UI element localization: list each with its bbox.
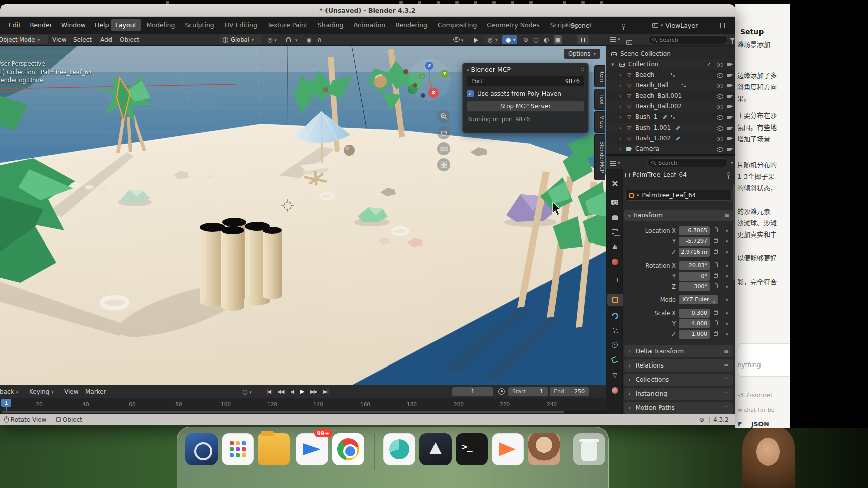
menu-render[interactable]: Render bbox=[25, 17, 57, 34]
lock-icon[interactable] bbox=[714, 332, 718, 336]
sidebar-tab-item[interactable]: Item bbox=[594, 65, 605, 87]
mode-dropdown[interactable]: Object Mode ▾ bbox=[0, 35, 48, 44]
gizmo-axis-z-negative[interactable] bbox=[420, 93, 426, 98]
animate-dot[interactable] bbox=[726, 251, 728, 253]
lock-icon[interactable] bbox=[714, 311, 718, 315]
outliner-row-camera[interactable]: › Camera bbox=[606, 144, 735, 154]
pan-hand-button[interactable] bbox=[437, 126, 450, 139]
properties-search[interactable] bbox=[647, 158, 728, 167]
lock-icon[interactable] bbox=[714, 322, 718, 325]
active-shading-dropdown[interactable]: ●▾ bbox=[502, 35, 517, 44]
section-relations[interactable]: › Relations ≡ bbox=[624, 359, 733, 372]
dock-terminal[interactable] bbox=[456, 433, 488, 465]
viewport-3d-scene[interactable]: User Perspective (1) Collection | PalmTr… bbox=[0, 46, 606, 385]
camera-visibility-icon[interactable] bbox=[727, 72, 733, 78]
sidebar-tab-view[interactable]: View bbox=[594, 111, 605, 133]
properties-tab-world[interactable] bbox=[609, 256, 621, 268]
section-collections[interactable]: › Collections ≡ bbox=[624, 374, 733, 386]
expand-arrow-icon[interactable]: › bbox=[619, 70, 621, 80]
menubar-icon[interactable] bbox=[437, 1, 440, 4]
outliner-row-bush-1-002[interactable]: › ▽ Bush_1.002 bbox=[606, 133, 735, 144]
dock-dark-app[interactable] bbox=[419, 433, 452, 465]
menubar-icon[interactable] bbox=[418, 1, 421, 4]
location-z-field[interactable]: 2.9716 m bbox=[679, 248, 710, 257]
object-name-field[interactable]: ▾ PalmTree_Leaf_64 bbox=[625, 190, 732, 201]
sidebar-tab-blendermcp[interactable]: BlenderMCP bbox=[594, 134, 605, 180]
section-menu-icon[interactable]: ≡ bbox=[724, 359, 729, 372]
eye-icon[interactable] bbox=[717, 136, 723, 142]
falloff-curve-icon[interactable]: ∩ bbox=[317, 34, 322, 46]
animate-dot[interactable] bbox=[726, 265, 728, 267]
scale-x-field[interactable]: 0.300 bbox=[679, 309, 710, 318]
outliner-search-input[interactable] bbox=[659, 36, 725, 44]
menubar-icon[interactable] bbox=[529, 1, 533, 4]
tab-modeling[interactable]: Modeling bbox=[142, 19, 180, 31]
dock-chrome[interactable] bbox=[332, 433, 364, 465]
rotation-z-field[interactable]: 300° bbox=[679, 282, 710, 291]
properties-tab-scene[interactable] bbox=[609, 240, 621, 253]
keying-menu[interactable]: Keying ▾ bbox=[29, 385, 54, 398]
expand-arrow-icon[interactable]: › bbox=[619, 91, 621, 101]
shading-rendered-icon[interactable]: ● bbox=[554, 35, 562, 44]
viewport-menu-view[interactable]: View bbox=[52, 34, 66, 46]
properties-tab-modifiers[interactable] bbox=[609, 310, 621, 322]
section-menu-icon[interactable]: ≡ bbox=[724, 210, 729, 221]
clock-icon[interactable] bbox=[498, 388, 505, 395]
animate-dot[interactable] bbox=[726, 275, 728, 277]
properties-tab-collection[interactable] bbox=[609, 274, 621, 286]
section-menu-icon[interactable]: ≡ bbox=[724, 374, 729, 386]
play-button[interactable]: ▶ bbox=[300, 385, 304, 398]
window-titlebar[interactable]: * (Unsaved) - Blender 4.3.2 bbox=[0, 4, 735, 17]
expand-arrow-icon[interactable]: › bbox=[619, 112, 621, 123]
menubar-icon[interactable] bbox=[563, 1, 566, 4]
autokey-toggle[interactable]: ○ ▾ bbox=[242, 385, 252, 398]
mcp-panel-header[interactable]: ▾ Blender MCP ∷ bbox=[463, 63, 588, 76]
dock-launchpad[interactable] bbox=[222, 433, 254, 465]
outliner-row-beach[interactable]: › ▽ Beach bbox=[606, 70, 735, 80]
mcp-polyhaven-checkbox[interactable]: ✓ bbox=[467, 90, 474, 97]
gizmo-axis-z[interactable]: Z bbox=[425, 62, 433, 70]
camera-visibility-icon[interactable] bbox=[727, 136, 733, 142]
chevron-down-icon[interactable]: ▾ bbox=[618, 160, 620, 165]
expand-arrow-icon[interactable]: › bbox=[619, 133, 621, 144]
expand-arrow-icon[interactable]: › bbox=[619, 80, 621, 91]
eye-icon[interactable] bbox=[717, 93, 723, 99]
shading-wireframe-icon[interactable]: ⊕ bbox=[523, 34, 528, 46]
lock-icon[interactable] bbox=[714, 264, 718, 267]
chat-format-button[interactable]: F bbox=[738, 420, 742, 428]
outliner-row-bush-1[interactable]: › ▽ Bush_1 bbox=[606, 112, 735, 123]
gizmo-axis-x[interactable]: X bbox=[429, 89, 438, 97]
tab-animation[interactable]: Animation bbox=[349, 19, 390, 31]
scene-selector[interactable]: ▾ Scene bbox=[559, 17, 590, 34]
animate-dot[interactable] bbox=[726, 333, 728, 335]
gizmo-axis-y[interactable]: Y bbox=[441, 70, 449, 78]
camera-visibility-icon[interactable] bbox=[727, 93, 733, 99]
tab-uv-editing[interactable]: UV Editing bbox=[220, 19, 262, 31]
animate-dot[interactable] bbox=[726, 312, 728, 314]
properties-tab-output[interactable] bbox=[609, 211, 621, 223]
dock-folder[interactable] bbox=[258, 433, 290, 465]
eye-icon[interactable] bbox=[717, 125, 723, 131]
camera-visibility-icon[interactable] bbox=[727, 62, 733, 68]
new-viewlayer-button[interactable] bbox=[720, 17, 725, 34]
dock-teal-app[interactable] bbox=[383, 433, 415, 465]
menubar-icon[interactable] bbox=[166, 1, 169, 4]
gizmo-axis-y-negative[interactable] bbox=[412, 83, 418, 88]
playback-menu[interactable]: Playback ▾ bbox=[0, 385, 18, 398]
menubar-icon[interactable] bbox=[581, 1, 585, 4]
play-reverse-button[interactable]: ◀ bbox=[290, 385, 294, 398]
outliner-row-collection[interactable]: ▾ Collection ✓ bbox=[606, 59, 735, 70]
section-instancing[interactable]: › Instancing ≡ bbox=[624, 388, 733, 400]
lock-icon[interactable] bbox=[714, 250, 718, 254]
animate-dot[interactable] bbox=[726, 240, 728, 242]
lock-icon[interactable] bbox=[714, 274, 718, 278]
current-frame-field[interactable]: 1 bbox=[452, 387, 493, 396]
scale-z-field[interactable]: 1.000 bbox=[679, 330, 710, 339]
camera-view-button[interactable] bbox=[437, 142, 450, 155]
timeline-scrollbar[interactable] bbox=[2, 411, 564, 413]
viewport-menu-add[interactable]: Add bbox=[100, 34, 112, 46]
shading-solid-icon[interactable]: ○ bbox=[533, 34, 538, 46]
sidebar-tab-tool[interactable]: Tool bbox=[594, 89, 605, 110]
editor-type-icon[interactable] bbox=[610, 37, 616, 42]
overlays-dropdown[interactable]: ◎▾ bbox=[484, 35, 499, 44]
